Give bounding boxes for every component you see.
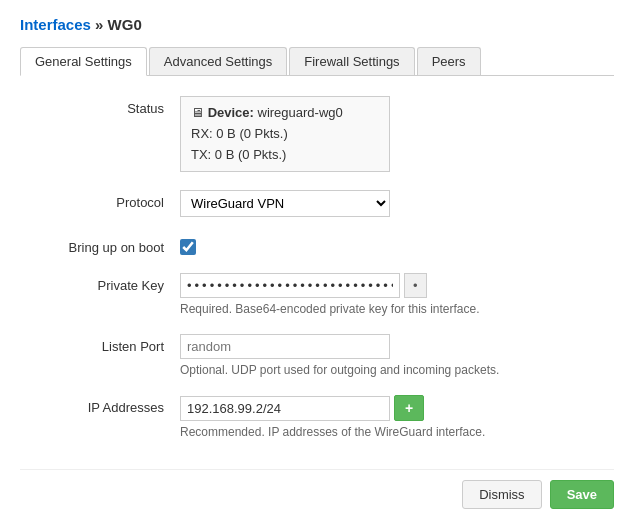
dismiss-button[interactable]: Dismiss [462, 480, 542, 509]
status-content: 🖥 Device: wireguard-wg0 RX: 0 B (0 Pkts.… [180, 96, 614, 172]
tabs: General Settings Advanced Settings Firew… [20, 47, 614, 76]
tab-general[interactable]: General Settings [20, 47, 147, 76]
device-name: wireguard-wg0 [258, 105, 343, 120]
status-box: 🖥 Device: wireguard-wg0 RX: 0 B (0 Pkts.… [180, 96, 390, 172]
form: Status 🖥 Device: wireguard-wg0 RX: 0 B (… [20, 96, 614, 439]
breadcrumb: Interfaces » WG0 [20, 16, 614, 33]
page: Interfaces » WG0 General Settings Advanc… [0, 0, 634, 521]
bringup-content [180, 235, 614, 255]
breadcrumb-separator: » [95, 16, 103, 33]
ip-addresses-row: IP Addresses + Recommended. IP addresses… [20, 395, 614, 439]
rx-value: RX: 0 B (0 Pkts.) [191, 126, 288, 141]
key-toggle-button[interactable]: • [404, 273, 427, 298]
ip-addresses-content: + Recommended. IP addresses of the WireG… [180, 395, 614, 439]
private-key-input[interactable] [180, 273, 400, 298]
breadcrumb-current: WG0 [108, 16, 142, 33]
ip-hint: Recommended. IP addresses of the WireGua… [180, 425, 614, 439]
ip-addresses-label: IP Addresses [20, 395, 180, 415]
private-key-label: Private Key [20, 273, 180, 293]
ip-add-button[interactable]: + [394, 395, 424, 421]
bringup-label: Bring up on boot [20, 235, 180, 255]
bringup-checkbox[interactable] [180, 239, 196, 255]
listen-port-input[interactable] [180, 334, 390, 359]
footer-buttons: Dismiss Save [20, 469, 614, 509]
breadcrumb-parent[interactable]: Interfaces [20, 16, 91, 33]
protocol-row: Protocol WireGuard VPN [20, 190, 614, 217]
device-icon: 🖥 [191, 105, 204, 120]
protocol-content: WireGuard VPN [180, 190, 614, 217]
listen-port-hint: Optional. UDP port used for outgoing and… [180, 363, 614, 377]
bringup-row: Bring up on boot [20, 235, 614, 255]
status-row: Status 🖥 Device: wireguard-wg0 RX: 0 B (… [20, 96, 614, 172]
listen-port-label: Listen Port [20, 334, 180, 354]
listen-port-content: Optional. UDP port used for outgoing and… [180, 334, 614, 377]
protocol-label: Protocol [20, 190, 180, 210]
tab-peers[interactable]: Peers [417, 47, 481, 75]
save-button[interactable]: Save [550, 480, 614, 509]
ip-input[interactable] [180, 396, 390, 421]
protocol-select[interactable]: WireGuard VPN [180, 190, 390, 217]
tx-value: TX: 0 B (0 Pkts.) [191, 147, 286, 162]
private-key-hint: Required. Base64-encoded private key for… [180, 302, 614, 316]
private-key-row: Private Key • Required. Base64-encoded p… [20, 273, 614, 316]
private-key-content: • Required. Base64-encoded private key f… [180, 273, 614, 316]
tab-advanced[interactable]: Advanced Settings [149, 47, 287, 75]
listen-port-row: Listen Port Optional. UDP port used for … [20, 334, 614, 377]
private-key-wrap: • [180, 273, 614, 298]
device-label: Device: [208, 105, 254, 120]
status-label: Status [20, 96, 180, 116]
tab-firewall[interactable]: Firewall Settings [289, 47, 414, 75]
ip-wrap: + [180, 395, 614, 421]
